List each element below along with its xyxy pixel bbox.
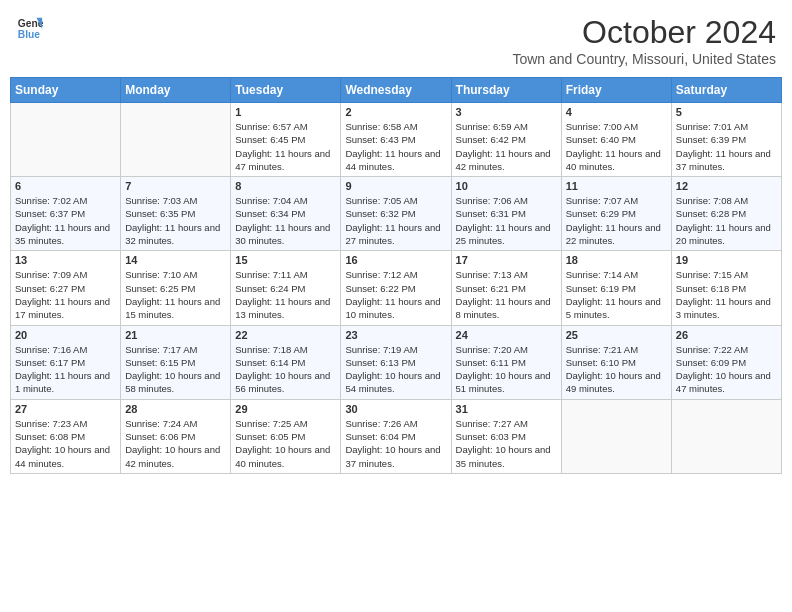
calendar-week-row: 13Sunrise: 7:09 AM Sunset: 6:27 PM Dayli… xyxy=(11,251,782,325)
calendar-week-row: 1Sunrise: 6:57 AM Sunset: 6:45 PM Daylig… xyxy=(11,103,782,177)
calendar-cell: 11Sunrise: 7:07 AM Sunset: 6:29 PM Dayli… xyxy=(561,177,671,251)
day-number: 16 xyxy=(345,254,446,266)
calendar-cell: 23Sunrise: 7:19 AM Sunset: 6:13 PM Dayli… xyxy=(341,325,451,399)
calendar-cell: 7Sunrise: 7:03 AM Sunset: 6:35 PM Daylig… xyxy=(121,177,231,251)
day-number: 17 xyxy=(456,254,557,266)
calendar-cell: 20Sunrise: 7:16 AM Sunset: 6:17 PM Dayli… xyxy=(11,325,121,399)
day-info: Sunrise: 7:00 AM Sunset: 6:40 PM Dayligh… xyxy=(566,120,667,173)
logo: General Blue xyxy=(16,14,44,42)
day-info: Sunrise: 7:06 AM Sunset: 6:31 PM Dayligh… xyxy=(456,194,557,247)
day-number: 24 xyxy=(456,329,557,341)
calendar-week-row: 20Sunrise: 7:16 AM Sunset: 6:17 PM Dayli… xyxy=(11,325,782,399)
day-number: 25 xyxy=(566,329,667,341)
day-number: 5 xyxy=(676,106,777,118)
day-info: Sunrise: 7:02 AM Sunset: 6:37 PM Dayligh… xyxy=(15,194,116,247)
day-number: 2 xyxy=(345,106,446,118)
calendar-cell: 28Sunrise: 7:24 AM Sunset: 6:06 PM Dayli… xyxy=(121,399,231,473)
calendar-cell: 30Sunrise: 7:26 AM Sunset: 6:04 PM Dayli… xyxy=(341,399,451,473)
calendar-week-row: 27Sunrise: 7:23 AM Sunset: 6:08 PM Dayli… xyxy=(11,399,782,473)
page-header: General Blue October 2024 Town and Count… xyxy=(10,10,782,71)
day-of-week-header: Thursday xyxy=(451,78,561,103)
day-info: Sunrise: 7:11 AM Sunset: 6:24 PM Dayligh… xyxy=(235,268,336,321)
day-of-week-header: Sunday xyxy=(11,78,121,103)
day-number: 19 xyxy=(676,254,777,266)
day-info: Sunrise: 7:04 AM Sunset: 6:34 PM Dayligh… xyxy=(235,194,336,247)
day-info: Sunrise: 7:07 AM Sunset: 6:29 PM Dayligh… xyxy=(566,194,667,247)
day-number: 20 xyxy=(15,329,116,341)
day-info: Sunrise: 7:26 AM Sunset: 6:04 PM Dayligh… xyxy=(345,417,446,470)
day-info: Sunrise: 7:05 AM Sunset: 6:32 PM Dayligh… xyxy=(345,194,446,247)
svg-text:Blue: Blue xyxy=(18,29,41,40)
calendar-table: SundayMondayTuesdayWednesdayThursdayFrid… xyxy=(10,77,782,474)
calendar-cell: 17Sunrise: 7:13 AM Sunset: 6:21 PM Dayli… xyxy=(451,251,561,325)
day-info: Sunrise: 7:27 AM Sunset: 6:03 PM Dayligh… xyxy=(456,417,557,470)
day-number: 1 xyxy=(235,106,336,118)
calendar-cell xyxy=(11,103,121,177)
day-info: Sunrise: 7:23 AM Sunset: 6:08 PM Dayligh… xyxy=(15,417,116,470)
day-info: Sunrise: 7:20 AM Sunset: 6:11 PM Dayligh… xyxy=(456,343,557,396)
day-info: Sunrise: 6:57 AM Sunset: 6:45 PM Dayligh… xyxy=(235,120,336,173)
calendar-cell: 14Sunrise: 7:10 AM Sunset: 6:25 PM Dayli… xyxy=(121,251,231,325)
day-number: 13 xyxy=(15,254,116,266)
day-info: Sunrise: 6:59 AM Sunset: 6:42 PM Dayligh… xyxy=(456,120,557,173)
day-number: 14 xyxy=(125,254,226,266)
day-info: Sunrise: 7:18 AM Sunset: 6:14 PM Dayligh… xyxy=(235,343,336,396)
day-number: 6 xyxy=(15,180,116,192)
day-info: Sunrise: 7:10 AM Sunset: 6:25 PM Dayligh… xyxy=(125,268,226,321)
day-info: Sunrise: 7:15 AM Sunset: 6:18 PM Dayligh… xyxy=(676,268,777,321)
month-title: October 2024 xyxy=(512,14,776,51)
day-of-week-header: Saturday xyxy=(671,78,781,103)
day-info: Sunrise: 7:08 AM Sunset: 6:28 PM Dayligh… xyxy=(676,194,777,247)
calendar-cell: 6Sunrise: 7:02 AM Sunset: 6:37 PM Daylig… xyxy=(11,177,121,251)
calendar-cell xyxy=(561,399,671,473)
day-info: Sunrise: 7:17 AM Sunset: 6:15 PM Dayligh… xyxy=(125,343,226,396)
calendar-cell: 8Sunrise: 7:04 AM Sunset: 6:34 PM Daylig… xyxy=(231,177,341,251)
day-info: Sunrise: 6:58 AM Sunset: 6:43 PM Dayligh… xyxy=(345,120,446,173)
calendar-cell: 9Sunrise: 7:05 AM Sunset: 6:32 PM Daylig… xyxy=(341,177,451,251)
day-number: 11 xyxy=(566,180,667,192)
calendar-cell: 2Sunrise: 6:58 AM Sunset: 6:43 PM Daylig… xyxy=(341,103,451,177)
day-info: Sunrise: 7:21 AM Sunset: 6:10 PM Dayligh… xyxy=(566,343,667,396)
calendar-cell: 3Sunrise: 6:59 AM Sunset: 6:42 PM Daylig… xyxy=(451,103,561,177)
calendar-cell: 5Sunrise: 7:01 AM Sunset: 6:39 PM Daylig… xyxy=(671,103,781,177)
day-number: 27 xyxy=(15,403,116,415)
day-info: Sunrise: 7:22 AM Sunset: 6:09 PM Dayligh… xyxy=(676,343,777,396)
calendar-cell: 21Sunrise: 7:17 AM Sunset: 6:15 PM Dayli… xyxy=(121,325,231,399)
calendar-cell: 31Sunrise: 7:27 AM Sunset: 6:03 PM Dayli… xyxy=(451,399,561,473)
day-number: 22 xyxy=(235,329,336,341)
calendar-cell: 27Sunrise: 7:23 AM Sunset: 6:08 PM Dayli… xyxy=(11,399,121,473)
title-block: October 2024 Town and Country, Missouri,… xyxy=(512,14,776,67)
day-number: 21 xyxy=(125,329,226,341)
day-number: 26 xyxy=(676,329,777,341)
day-info: Sunrise: 7:14 AM Sunset: 6:19 PM Dayligh… xyxy=(566,268,667,321)
day-of-week-header: Wednesday xyxy=(341,78,451,103)
day-number: 3 xyxy=(456,106,557,118)
calendar-cell xyxy=(121,103,231,177)
day-number: 23 xyxy=(345,329,446,341)
day-number: 9 xyxy=(345,180,446,192)
day-number: 29 xyxy=(235,403,336,415)
day-info: Sunrise: 7:09 AM Sunset: 6:27 PM Dayligh… xyxy=(15,268,116,321)
day-number: 8 xyxy=(235,180,336,192)
day-number: 4 xyxy=(566,106,667,118)
day-number: 30 xyxy=(345,403,446,415)
day-number: 28 xyxy=(125,403,226,415)
calendar-cell: 1Sunrise: 6:57 AM Sunset: 6:45 PM Daylig… xyxy=(231,103,341,177)
calendar-cell: 4Sunrise: 7:00 AM Sunset: 6:40 PM Daylig… xyxy=(561,103,671,177)
calendar-cell: 16Sunrise: 7:12 AM Sunset: 6:22 PM Dayli… xyxy=(341,251,451,325)
calendar-cell: 13Sunrise: 7:09 AM Sunset: 6:27 PM Dayli… xyxy=(11,251,121,325)
day-of-week-header: Monday xyxy=(121,78,231,103)
calendar-week-row: 6Sunrise: 7:02 AM Sunset: 6:37 PM Daylig… xyxy=(11,177,782,251)
calendar-cell xyxy=(671,399,781,473)
day-info: Sunrise: 7:01 AM Sunset: 6:39 PM Dayligh… xyxy=(676,120,777,173)
calendar-cell: 12Sunrise: 7:08 AM Sunset: 6:28 PM Dayli… xyxy=(671,177,781,251)
day-number: 7 xyxy=(125,180,226,192)
calendar-cell: 19Sunrise: 7:15 AM Sunset: 6:18 PM Dayli… xyxy=(671,251,781,325)
day-info: Sunrise: 7:25 AM Sunset: 6:05 PM Dayligh… xyxy=(235,417,336,470)
day-of-week-header: Friday xyxy=(561,78,671,103)
location-title: Town and Country, Missouri, United State… xyxy=(512,51,776,67)
day-number: 15 xyxy=(235,254,336,266)
calendar-cell: 22Sunrise: 7:18 AM Sunset: 6:14 PM Dayli… xyxy=(231,325,341,399)
day-info: Sunrise: 7:19 AM Sunset: 6:13 PM Dayligh… xyxy=(345,343,446,396)
calendar-cell: 29Sunrise: 7:25 AM Sunset: 6:05 PM Dayli… xyxy=(231,399,341,473)
